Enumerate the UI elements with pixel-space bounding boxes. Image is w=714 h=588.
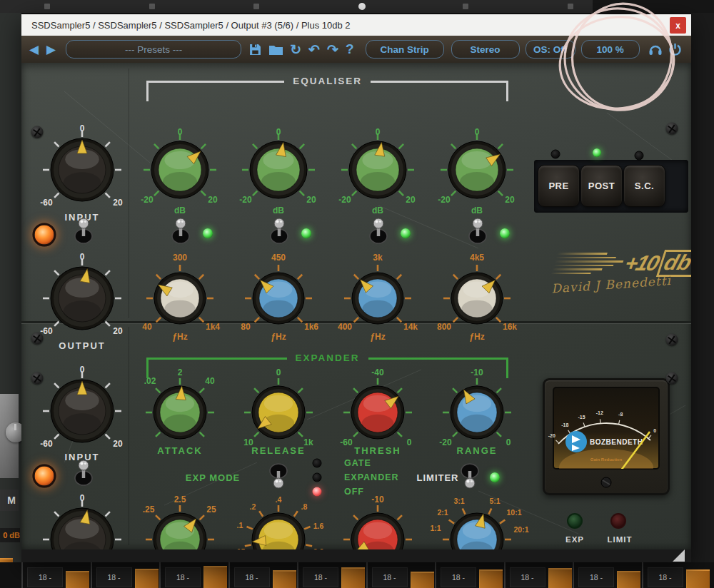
oversample-button[interactable]: OS: Off <box>526 40 575 59</box>
mixer-channel: 18 - <box>573 562 641 588</box>
knob-graphic <box>341 503 414 549</box>
knob-scale-label: dB <box>174 206 186 216</box>
power-icon[interactable] <box>668 43 682 56</box>
eq-band3-led <box>401 228 411 238</box>
eq-band1-toggle[interactable] <box>170 218 191 249</box>
knob-scale-label: 3k <box>373 253 382 263</box>
redo-icon[interactable]: ↷ <box>327 41 338 58</box>
preset-selector[interactable]: --- Presets --- <box>66 40 241 59</box>
knob-scale-label: -60 <box>40 439 52 449</box>
svg-text:-8: -8 <box>618 412 623 417</box>
chan-strip-button[interactable]: Chan Strip <box>366 40 444 59</box>
knob-scale-label: 0 <box>376 127 381 137</box>
equaliser-bracket: EQUALISER <box>146 81 508 101</box>
eq-power-led-button[interactable] <box>33 223 56 247</box>
mixer-fader[interactable] <box>203 566 227 588</box>
timeline-point <box>358 3 366 10</box>
knob-scale-label: -40 <box>371 368 383 377</box>
eq-band3-toggle[interactable] <box>368 218 389 249</box>
zoom-level-button[interactable]: 100 % <box>581 40 640 59</box>
knob-scale-label: .4 <box>276 495 282 504</box>
help-icon[interactable]: ? <box>346 41 354 57</box>
knob-scale-label: 20 <box>113 439 122 449</box>
prev-preset-button[interactable]: ◀ <box>29 42 39 57</box>
screw <box>666 372 678 385</box>
dynamics-pad-toggle[interactable] <box>73 460 94 491</box>
screw <box>31 372 44 385</box>
screw <box>31 126 44 138</box>
plugin-face: EQUALISER EXPANDER COMPRESSOR 0-6020INPU… <box>21 63 691 549</box>
knob-scale-label: -20 <box>439 437 451 447</box>
headphones-icon[interactable] <box>648 43 663 56</box>
knob-scale-label: 400 <box>338 322 352 332</box>
knob-graphic <box>41 370 124 452</box>
mute-button[interactable]: M <box>0 490 19 511</box>
mixer-channel-label: 18 - <box>234 567 270 587</box>
mixer-fader[interactable] <box>617 571 640 588</box>
mixer-fader[interactable] <box>479 569 503 588</box>
undo-icon[interactable]: ↶ <box>308 41 320 58</box>
stereo-mode-button[interactable]: Stereo <box>451 40 520 59</box>
mixer-fader[interactable] <box>135 569 159 588</box>
eq-band4-toggle[interactable] <box>467 218 488 249</box>
knob-scale-label: 10:1 <box>506 508 521 517</box>
off-option-label[interactable]: OFF <box>344 487 364 497</box>
mixer-separator <box>91 562 92 588</box>
mixer-separator <box>435 562 436 588</box>
knob-scale-label: 40 <box>205 376 214 386</box>
toggle-graphic <box>467 218 488 246</box>
knob-scale-label: 3:1 <box>453 497 464 505</box>
gate-led <box>313 459 322 468</box>
knob-graphic <box>41 257 124 340</box>
eq-band2-toggle[interactable] <box>268 218 290 249</box>
mixer-fader[interactable] <box>548 568 572 588</box>
plugin-toolbar: ◀ ▶ --- Presets --- ↻ ↶ ↷ ? Chan Strip S… <box>21 36 691 63</box>
mixer-fader[interactable] <box>66 571 89 588</box>
knob-scale-label: 16k <box>503 322 517 332</box>
knob-scale-label: -20 <box>141 195 153 205</box>
knob-scale-label: 0 <box>276 127 281 137</box>
mixer-fader[interactable] <box>341 567 365 588</box>
window-title-bar[interactable]: SSDSampler5 / SSDSampler5 / SSDSampler5 … <box>21 14 691 36</box>
mixer-channel-label: 18 - <box>372 567 408 587</box>
sc-led <box>635 151 644 161</box>
daw-left-edge: M 0 dB <box>0 13 21 562</box>
refresh-icon[interactable]: ↻ <box>290 41 301 58</box>
gate-option-label[interactable]: GATE <box>344 458 371 468</box>
knob-caption: RELEASE <box>251 445 305 456</box>
mixer-fader[interactable] <box>273 570 296 588</box>
sc-button[interactable]: S.C. <box>623 165 665 207</box>
mixer-fader[interactable] <box>686 569 710 588</box>
knob-scale-label: 0 <box>80 493 85 503</box>
gain-reduction-meter: -20-18-15-12-80BOZBENDETHGain Reduction <box>543 378 670 495</box>
mixer-separator <box>366 562 368 588</box>
off-led <box>313 487 322 497</box>
post-button[interactable]: POST <box>580 165 623 207</box>
save-icon[interactable] <box>249 44 261 56</box>
knob-scale-label: .2 <box>250 502 256 511</box>
mixer-channel: 18 - <box>228 562 297 588</box>
next-preset-button[interactable]: ▶ <box>46 42 56 57</box>
resize-handle[interactable] <box>673 549 685 562</box>
mixer-fader[interactable] <box>411 572 434 588</box>
limiter-toggle[interactable] <box>459 462 481 493</box>
knob-caption: RANGE <box>457 445 498 456</box>
knob-scale-label: 0 <box>80 365 85 375</box>
expander-led <box>313 473 322 482</box>
expander-option-label[interactable]: EXPANDER <box>344 472 399 482</box>
exp-mode-toggle[interactable] <box>268 462 289 493</box>
input-pad-toggle[interactable] <box>73 218 94 249</box>
svg-text:-20: -20 <box>548 433 555 438</box>
mixer-separator <box>159 562 161 588</box>
toggle-graphic <box>73 218 94 246</box>
knob-scale-label: 25 <box>206 505 216 514</box>
pre-button[interactable]: PRE <box>538 165 580 207</box>
dynamics-power-led-button[interactable] <box>33 465 56 488</box>
window-title: SSDSampler5 / SSDSampler5 / SSDSampler5 … <box>31 14 351 36</box>
mixer-separator <box>504 562 506 588</box>
knob-scale-label: ƒHz <box>172 332 187 342</box>
close-button[interactable]: x <box>670 17 686 34</box>
knob-graphic <box>41 128 124 211</box>
open-folder-icon[interactable] <box>269 44 283 55</box>
limiter-label: LIMITER <box>417 472 459 483</box>
